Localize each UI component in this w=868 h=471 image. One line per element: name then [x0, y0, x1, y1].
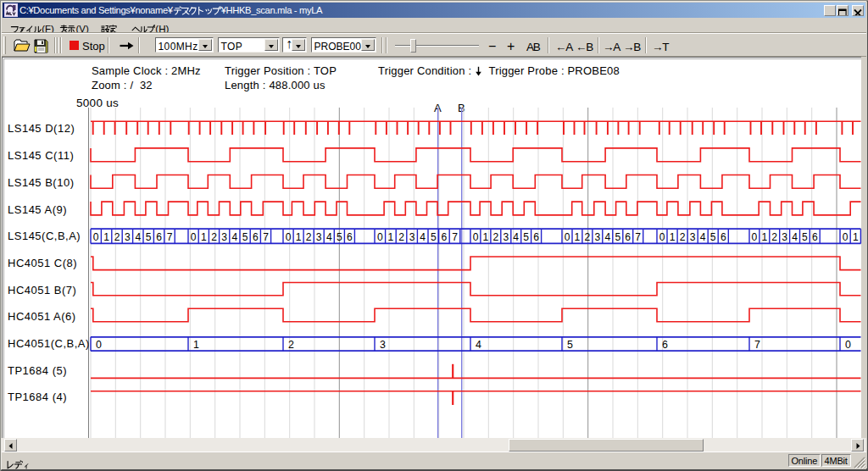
svg-text:0: 0 [286, 231, 292, 243]
svg-text:1: 1 [388, 231, 394, 243]
svg-text:3: 3 [316, 231, 322, 243]
svg-text:1: 1 [483, 231, 489, 243]
svg-text:6: 6 [662, 339, 668, 351]
svg-text:3: 3 [782, 231, 787, 243]
svg-text:4: 4 [700, 231, 706, 243]
svg-text:6: 6 [533, 231, 539, 243]
svg-text:3: 3 [125, 231, 131, 243]
svg-text:6: 6 [347, 231, 353, 243]
svg-text:0: 0 [752, 231, 758, 243]
svg-text:4: 4 [792, 231, 798, 243]
svg-text:7: 7 [167, 231, 173, 243]
svg-text:2: 2 [771, 231, 777, 243]
svg-text:6: 6 [625, 231, 631, 243]
svg-text:0: 0 [659, 231, 665, 243]
svg-text:5: 5 [710, 231, 716, 243]
svg-text:4: 4 [135, 231, 141, 243]
svg-text:1: 1 [853, 231, 859, 243]
svg-text:5: 5 [802, 231, 808, 243]
svg-text:7: 7 [452, 231, 458, 243]
svg-text:1: 1 [670, 231, 676, 243]
svg-text:0: 0 [843, 231, 849, 243]
svg-text:4: 4 [420, 231, 426, 243]
svg-text:0: 0 [191, 231, 197, 243]
svg-text:2: 2 [114, 231, 120, 243]
svg-text:2: 2 [398, 231, 404, 243]
svg-text:3: 3 [380, 339, 386, 351]
svg-text:4: 4 [476, 339, 481, 351]
svg-text:2: 2 [306, 231, 312, 243]
svg-text:7: 7 [635, 231, 641, 243]
svg-text:3: 3 [503, 231, 509, 243]
svg-text:6: 6 [442, 231, 448, 243]
svg-text:5: 5 [242, 231, 248, 243]
svg-text:1: 1 [103, 231, 109, 243]
svg-text:0: 0 [845, 339, 851, 351]
svg-text:5: 5 [431, 231, 437, 243]
svg-text:5: 5 [567, 339, 573, 351]
svg-text:1: 1 [193, 339, 199, 351]
svg-text:6: 6 [721, 231, 726, 243]
svg-text:4: 4 [232, 231, 238, 243]
svg-text:2: 2 [493, 231, 499, 243]
svg-text:4: 4 [604, 231, 610, 243]
svg-text:2: 2 [288, 339, 294, 351]
svg-text:2: 2 [680, 231, 686, 243]
svg-text:0: 0 [377, 231, 383, 243]
svg-text:0: 0 [565, 231, 570, 243]
svg-text:7: 7 [263, 231, 269, 243]
svg-text:5: 5 [337, 231, 342, 243]
svg-text:7: 7 [754, 339, 760, 351]
svg-text:1: 1 [761, 231, 767, 243]
svg-text:1: 1 [201, 231, 207, 243]
svg-text:3: 3 [690, 231, 696, 243]
svg-text:0: 0 [93, 231, 99, 243]
svg-text:4: 4 [513, 231, 519, 243]
svg-text:5: 5 [615, 231, 620, 243]
svg-text:3: 3 [221, 231, 227, 243]
svg-text:5: 5 [146, 231, 152, 243]
svg-text:6: 6 [812, 231, 818, 243]
svg-text:5: 5 [523, 231, 529, 243]
svg-text:1: 1 [575, 231, 581, 243]
svg-text:1: 1 [296, 231, 302, 243]
svg-text:6: 6 [253, 231, 259, 243]
svg-text:4: 4 [326, 231, 332, 243]
svg-text:3: 3 [409, 231, 415, 243]
svg-text:2: 2 [211, 231, 217, 243]
svg-text:3: 3 [595, 231, 601, 243]
svg-text:2: 2 [585, 231, 591, 243]
svg-text:0: 0 [473, 231, 479, 243]
svg-text:6: 6 [156, 231, 162, 243]
svg-text:0: 0 [96, 339, 102, 351]
